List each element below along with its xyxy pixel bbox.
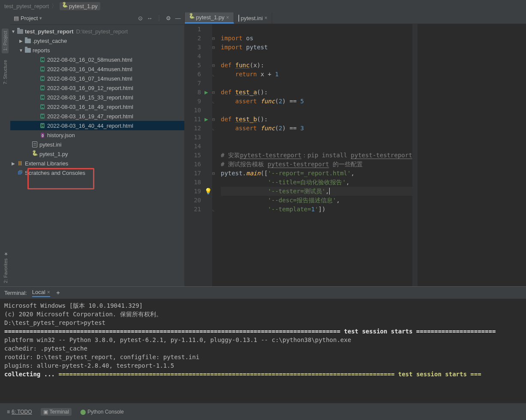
html-icon: H [39,122,46,129]
breadcrumb-file[interactable]: pytest_1.py [60,2,100,10]
breadcrumb-root[interactable]: test_pytest_report [4,3,49,9]
gear-icon[interactable]: ⚙ [164,14,173,23]
line-numbers: 123456789101112131415161718192021 [185,24,204,286]
toolbar-terminal[interactable]: ▣ Terminal [41,408,72,416]
chevron-down-icon[interactable]: ▾ [39,15,42,21]
scratches-icon: 🗊 [16,169,24,176]
ini-icon [238,15,239,21]
project-sidebar: ▤ Project ▾ ⊙ ↔ ┊ ⚙ — ▼ test_pytest_repo… [10,12,185,286]
folder-icon [24,47,32,54]
run-gutter-icon[interactable]: ▶ [204,89,208,96]
tree-external-libs[interactable]: ▶ Ⅲ External Libraries [10,159,184,168]
tree-report-file[interactable]: ·H2022-08-03_16_07_14musen.html [10,74,184,83]
html-icon: H [39,94,46,101]
left-tool-rail: 1: Project 7: Structure 2: Favorites★ [0,12,10,286]
tab-label: pytest_1.py [196,14,225,21]
close-icon[interactable]: × [226,15,229,21]
project-tree[interactable]: ▼ test_pytest_report D:\test_pytest_repo… [10,25,184,177]
breadcrumb-root-label: test_pytest_report [4,3,49,9]
tree-report-file[interactable]: ·H2022-08-03_16_04_44musen.html [10,64,184,74]
html-icon: H [39,56,46,63]
bottom-toolbar: ≡ 6: TODO ▣ Terminal ⬤ Python Console [0,403,526,420]
tree-scratches[interactable]: · 🗊 Scratches and Consoles [10,168,184,177]
tree-report-file[interactable]: ·H2022-08-03_16_19_47_report.html [10,111,184,121]
arrow-down-icon[interactable]: ▼ [18,48,24,53]
ini-icon [31,141,39,148]
folder-icon [16,28,24,35]
tab-label: pytest.ini [241,15,263,21]
hide-icon[interactable]: — [173,14,183,23]
rail-favorites[interactable]: 2: Favorites★ [3,251,8,283]
arrow-down-icon[interactable]: ▼ [10,29,16,34]
toolbar-python-console[interactable]: ⬤ Python Console [78,408,126,416]
terminal-panel: Terminal: Local× ＋ Microsoft Windows [版本… [0,286,526,403]
terminal-label: Terminal: [4,290,27,296]
breadcrumb-separator: 〉 [51,2,57,10]
rail-project[interactable]: 1: Project [2,28,9,53]
expand-icon[interactable]: ↔ [145,14,154,23]
close-icon[interactable]: × [47,289,50,295]
editor-tabs: pytest_1.py × pytest.ini × [185,12,526,24]
tree-report-file[interactable]: ·H2022-08-03_16_40_44_report.html [10,121,184,130]
breadcrumb-file-label: pytest_1.py [69,3,98,9]
tab-pytest-ini[interactable]: pytest.ini × [234,12,272,24]
terminal-header: Terminal: Local× ＋ [0,287,526,299]
python-icon [189,14,194,21]
sidebar-header: ▤ Project ▾ ⊙ ↔ ┊ ⚙ — [10,12,184,25]
tree-root[interactable]: ▼ test_pytest_report D:\test_pytest_repo… [10,27,184,36]
divider-icon: ┊ [154,14,164,23]
tree-pytest-ini[interactable]: · pytest.ini [10,140,184,149]
arrow-right-icon[interactable]: ▶ [10,161,16,166]
html-icon: H [39,84,46,91]
editor-area: pytest_1.py × pytest.ini × 1234567891011… [185,12,526,286]
project-icon: ▤ [14,15,19,21]
editor-scroll-strip[interactable] [412,24,418,286]
tree-report-file[interactable]: ·H2022-08-03_16_15_33_report.html [10,93,184,102]
html-icon: H [39,113,46,120]
close-icon[interactable]: × [265,15,268,21]
tree-pytest-py[interactable]: · pytest_1.py [10,149,184,159]
toolbar-todo[interactable]: ≡ 6: TODO [4,408,35,416]
html-icon: H [39,75,46,82]
terminal-tab-local[interactable]: Local× [32,289,50,297]
libraries-icon: Ⅲ [16,160,24,167]
tab-pytest-py[interactable]: pytest_1.py × [185,12,234,24]
tree-pytest-cache[interactable]: ▶ .pytest_cache [10,36,184,45]
add-terminal-button[interactable]: ＋ [55,289,61,297]
tree-report-file[interactable]: ·H2022-08-03_16_09_12_report.html [10,83,184,93]
terminal-output[interactable]: Microsoft Windows [版本 10.0.19041.329](c)… [0,299,526,403]
rail-structure[interactable]: 7: Structure [3,60,8,84]
fold-column: ⊟⊟⊟⌞⊟⌞⊟⌞⊟⌞ [212,24,218,286]
tree-history-json[interactable]: · {} history.json [10,130,184,140]
code-editor[interactable]: 123456789101112131415161718192021 ▶▶💡 ⊟⊟… [185,24,526,286]
json-icon: {} [39,132,46,138]
locate-icon[interactable]: ⊙ [135,14,145,23]
breadcrumb: test_pytest_report 〉 pytest_1.py [0,0,526,12]
python-icon [62,3,67,9]
run-gutter-icon[interactable]: ▶ [204,116,208,123]
folder-icon [24,37,32,44]
arrow-right-icon[interactable]: ▶ [18,39,24,43]
tree-reports-folder[interactable]: ▼ reports [10,45,184,55]
code-content[interactable]: import osimport pytest def func(x): retu… [218,24,412,286]
bulb-icon[interactable]: 💡 [204,188,212,195]
html-icon: H [39,103,46,110]
html-icon: H [39,66,46,72]
tree-report-file[interactable]: ·H2022-08-03_16_18_49_report.html [10,102,184,111]
sidebar-title: Project [21,15,38,21]
gutter-markers: ▶▶💡 [204,24,212,286]
python-icon [31,150,39,157]
tree-report-file[interactable]: ·H2022-08-03_16_02_58musen.html [10,55,184,64]
